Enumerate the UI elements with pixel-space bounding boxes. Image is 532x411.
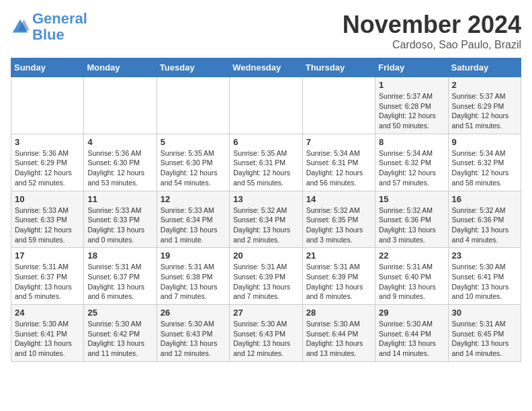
day-number: 8 — [379, 137, 444, 147]
calendar-cell: 18Sunrise: 5:31 AM Sunset: 6:37 PM Dayli… — [84, 248, 157, 305]
day-number: 10 — [15, 194, 80, 204]
day-number: 11 — [87, 194, 152, 204]
title-block: November 2024 Cardoso, Sao Paulo, Brazil — [343, 11, 521, 51]
calendar-cell: 28Sunrise: 5:30 AM Sunset: 6:44 PM Dayli… — [302, 305, 375, 362]
calendar-cell — [302, 77, 375, 134]
calendar-cell: 24Sunrise: 5:30 AM Sunset: 6:41 PM Dayli… — [11, 305, 84, 362]
day-info: Sunrise: 5:36 AM Sunset: 6:29 PM Dayligh… — [15, 148, 80, 188]
day-number: 1 — [379, 80, 444, 90]
day-info: Sunrise: 5:31 AM Sunset: 6:39 PM Dayligh… — [233, 262, 298, 302]
calendar-cell: 6Sunrise: 5:35 AM Sunset: 6:31 PM Daylig… — [230, 134, 302, 191]
header-sunday: Sunday — [11, 58, 84, 77]
day-number: 9 — [452, 137, 517, 147]
day-number: 6 — [233, 137, 298, 147]
day-info: Sunrise: 5:37 AM Sunset: 6:29 PM Dayligh… — [452, 91, 517, 131]
calendar-cell: 12Sunrise: 5:33 AM Sunset: 6:34 PM Dayli… — [157, 191, 229, 248]
calendar-cell: 30Sunrise: 5:31 AM Sunset: 6:45 PM Dayli… — [448, 305, 521, 362]
day-number: 7 — [306, 137, 371, 147]
calendar-cell: 10Sunrise: 5:33 AM Sunset: 6:33 PM Dayli… — [11, 191, 84, 248]
day-number: 15 — [379, 194, 444, 204]
header-wednesday: Wednesday — [230, 58, 302, 77]
calendar-cell: 14Sunrise: 5:32 AM Sunset: 6:35 PM Dayli… — [302, 191, 375, 248]
day-info: Sunrise: 5:30 AM Sunset: 6:44 PM Dayligh… — [379, 319, 444, 359]
day-number: 22 — [379, 250, 444, 261]
header-saturday: Saturday — [448, 58, 521, 77]
calendar-cell: 16Sunrise: 5:32 AM Sunset: 6:36 PM Dayli… — [448, 191, 521, 248]
calendar-week-4: 17Sunrise: 5:31 AM Sunset: 6:37 PM Dayli… — [11, 248, 521, 305]
logo-line2: Blue — [32, 26, 64, 43]
day-info: Sunrise: 5:30 AM Sunset: 6:44 PM Dayligh… — [306, 319, 371, 359]
header-friday: Friday — [375, 58, 448, 77]
header-thursday: Thursday — [302, 58, 375, 77]
day-info: Sunrise: 5:33 AM Sunset: 6:33 PM Dayligh… — [87, 205, 152, 245]
day-info: Sunrise: 5:32 AM Sunset: 6:36 PM Dayligh… — [379, 205, 444, 245]
logo-icon — [11, 17, 30, 36]
calendar-cell — [230, 77, 302, 134]
day-number: 19 — [161, 250, 226, 261]
day-info: Sunrise: 5:37 AM Sunset: 6:28 PM Dayligh… — [379, 91, 444, 131]
day-info: Sunrise: 5:31 AM Sunset: 6:38 PM Dayligh… — [161, 262, 226, 302]
day-info: Sunrise: 5:33 AM Sunset: 6:34 PM Dayligh… — [161, 205, 226, 245]
day-number: 20 — [233, 250, 298, 261]
day-number: 29 — [379, 308, 444, 318]
calendar-cell: 17Sunrise: 5:31 AM Sunset: 6:37 PM Dayli… — [11, 248, 84, 305]
calendar-cell: 4Sunrise: 5:36 AM Sunset: 6:30 PM Daylig… — [84, 134, 157, 191]
day-number: 26 — [161, 308, 226, 318]
day-number: 28 — [306, 308, 371, 318]
calendar-cell: 1Sunrise: 5:37 AM Sunset: 6:28 PM Daylig… — [375, 77, 448, 134]
day-number: 3 — [15, 137, 80, 147]
day-info: Sunrise: 5:34 AM Sunset: 6:31 PM Dayligh… — [306, 148, 371, 188]
calendar-cell: 13Sunrise: 5:32 AM Sunset: 6:34 PM Dayli… — [230, 191, 302, 248]
day-number: 24 — [15, 308, 80, 318]
calendar-cell: 21Sunrise: 5:31 AM Sunset: 6:39 PM Dayli… — [302, 248, 375, 305]
location-title: Cardoso, Sao Paulo, Brazil — [343, 39, 521, 51]
header-tuesday: Tuesday — [157, 58, 229, 77]
day-info: Sunrise: 5:32 AM Sunset: 6:35 PM Dayligh… — [306, 205, 371, 245]
calendar-week-5: 24Sunrise: 5:30 AM Sunset: 6:41 PM Dayli… — [11, 305, 521, 362]
day-info: Sunrise: 5:30 AM Sunset: 6:41 PM Dayligh… — [15, 319, 80, 359]
day-number: 2 — [452, 80, 517, 90]
day-number: 17 — [15, 250, 80, 261]
day-number: 13 — [233, 194, 298, 204]
day-info: Sunrise: 5:34 AM Sunset: 6:32 PM Dayligh… — [452, 148, 517, 188]
day-number: 4 — [87, 137, 152, 147]
calendar-cell — [11, 77, 84, 134]
calendar-week-2: 3Sunrise: 5:36 AM Sunset: 6:29 PM Daylig… — [11, 134, 521, 191]
page-header: General Blue November 2024 Cardoso, Sao … — [11, 11, 521, 51]
calendar-cell: 7Sunrise: 5:34 AM Sunset: 6:31 PM Daylig… — [302, 134, 375, 191]
calendar-cell: 9Sunrise: 5:34 AM Sunset: 6:32 PM Daylig… — [448, 134, 521, 191]
day-info: Sunrise: 5:34 AM Sunset: 6:32 PM Dayligh… — [379, 148, 444, 188]
day-info: Sunrise: 5:32 AM Sunset: 6:34 PM Dayligh… — [233, 205, 298, 245]
day-info: Sunrise: 5:31 AM Sunset: 6:39 PM Dayligh… — [306, 262, 371, 302]
day-info: Sunrise: 5:30 AM Sunset: 6:43 PM Dayligh… — [233, 319, 298, 359]
header-monday: Monday — [84, 58, 157, 77]
day-number: 27 — [233, 308, 298, 318]
calendar-cell: 19Sunrise: 5:31 AM Sunset: 6:38 PM Dayli… — [157, 248, 229, 305]
day-info: Sunrise: 5:30 AM Sunset: 6:43 PM Dayligh… — [161, 319, 226, 359]
day-number: 16 — [452, 194, 517, 204]
calendar-table: Sunday Monday Tuesday Wednesday Thursday… — [11, 58, 521, 362]
logo-line1: General — [32, 10, 87, 27]
day-info: Sunrise: 5:31 AM Sunset: 6:45 PM Dayligh… — [452, 319, 517, 359]
day-info: Sunrise: 5:31 AM Sunset: 6:37 PM Dayligh… — [87, 262, 152, 302]
day-number: 21 — [306, 250, 371, 261]
calendar-cell: 29Sunrise: 5:30 AM Sunset: 6:44 PM Dayli… — [375, 305, 448, 362]
calendar-cell: 11Sunrise: 5:33 AM Sunset: 6:33 PM Dayli… — [84, 191, 157, 248]
calendar-cell — [157, 77, 229, 134]
day-number: 18 — [87, 250, 152, 261]
day-info: Sunrise: 5:36 AM Sunset: 6:30 PM Dayligh… — [87, 148, 152, 188]
calendar-cell: 3Sunrise: 5:36 AM Sunset: 6:29 PM Daylig… — [11, 134, 84, 191]
calendar-cell: 23Sunrise: 5:30 AM Sunset: 6:41 PM Dayli… — [448, 248, 521, 305]
day-number: 12 — [161, 194, 226, 204]
calendar-cell — [84, 77, 157, 134]
calendar-cell: 26Sunrise: 5:30 AM Sunset: 6:43 PM Dayli… — [157, 305, 229, 362]
calendar-week-3: 10Sunrise: 5:33 AM Sunset: 6:33 PM Dayli… — [11, 191, 521, 248]
calendar-cell: 20Sunrise: 5:31 AM Sunset: 6:39 PM Dayli… — [230, 248, 302, 305]
day-info: Sunrise: 5:35 AM Sunset: 6:30 PM Dayligh… — [161, 148, 226, 188]
day-info: Sunrise: 5:31 AM Sunset: 6:37 PM Dayligh… — [15, 262, 80, 302]
calendar-cell: 2Sunrise: 5:37 AM Sunset: 6:29 PM Daylig… — [448, 77, 521, 134]
calendar-cell: 27Sunrise: 5:30 AM Sunset: 6:43 PM Dayli… — [230, 305, 302, 362]
day-info: Sunrise: 5:30 AM Sunset: 6:41 PM Dayligh… — [452, 262, 517, 302]
calendar-header-row: Sunday Monday Tuesday Wednesday Thursday… — [11, 58, 521, 77]
calendar-cell: 22Sunrise: 5:31 AM Sunset: 6:40 PM Dayli… — [375, 248, 448, 305]
